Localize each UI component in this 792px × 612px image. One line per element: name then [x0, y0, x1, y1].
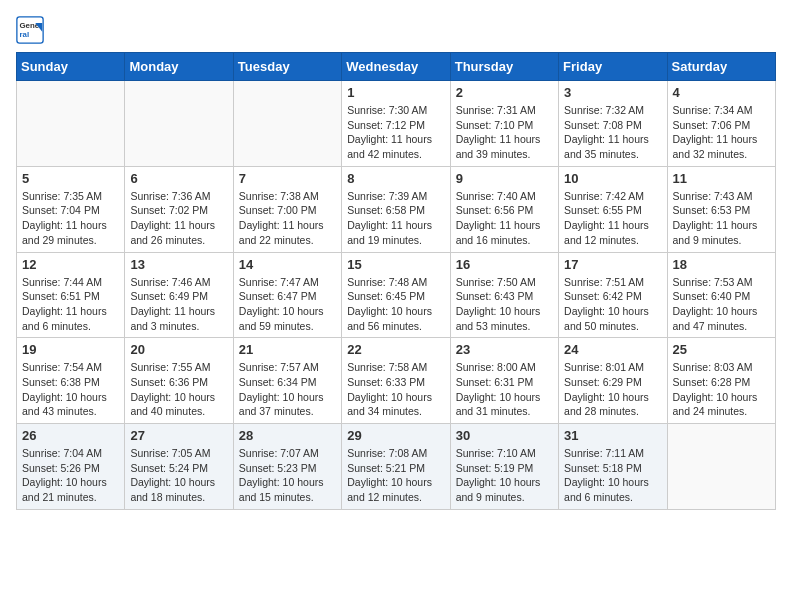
calendar-cell: 31Sunrise: 7:11 AM Sunset: 5:18 PM Dayli… [559, 424, 667, 510]
calendar-cell: 21Sunrise: 7:57 AM Sunset: 6:34 PM Dayli… [233, 338, 341, 424]
calendar-cell: 29Sunrise: 7:08 AM Sunset: 5:21 PM Dayli… [342, 424, 450, 510]
day-number: 31 [564, 428, 661, 443]
day-number: 10 [564, 171, 661, 186]
day-info: Sunrise: 7:07 AM Sunset: 5:23 PM Dayligh… [239, 446, 336, 505]
day-info: Sunrise: 8:03 AM Sunset: 6:28 PM Dayligh… [673, 360, 770, 419]
day-number: 1 [347, 85, 444, 100]
calendar-cell: 30Sunrise: 7:10 AM Sunset: 5:19 PM Dayli… [450, 424, 558, 510]
day-number: 7 [239, 171, 336, 186]
day-info: Sunrise: 8:00 AM Sunset: 6:31 PM Dayligh… [456, 360, 553, 419]
logo: Gene- ral [16, 16, 48, 44]
day-number: 23 [456, 342, 553, 357]
day-number: 19 [22, 342, 119, 357]
calendar-cell: 13Sunrise: 7:46 AM Sunset: 6:49 PM Dayli… [125, 252, 233, 338]
calendar-week-row: 5Sunrise: 7:35 AM Sunset: 7:04 PM Daylig… [17, 166, 776, 252]
day-number: 26 [22, 428, 119, 443]
weekday-header-sunday: Sunday [17, 53, 125, 81]
day-number: 17 [564, 257, 661, 272]
calendar-cell: 6Sunrise: 7:36 AM Sunset: 7:02 PM Daylig… [125, 166, 233, 252]
weekday-header-friday: Friday [559, 53, 667, 81]
day-info: Sunrise: 7:08 AM Sunset: 5:21 PM Dayligh… [347, 446, 444, 505]
day-info: Sunrise: 7:46 AM Sunset: 6:49 PM Dayligh… [130, 275, 227, 334]
day-info: Sunrise: 7:39 AM Sunset: 6:58 PM Dayligh… [347, 189, 444, 248]
day-info: Sunrise: 7:57 AM Sunset: 6:34 PM Dayligh… [239, 360, 336, 419]
day-info: Sunrise: 7:51 AM Sunset: 6:42 PM Dayligh… [564, 275, 661, 334]
calendar-cell [17, 81, 125, 167]
weekday-header-tuesday: Tuesday [233, 53, 341, 81]
calendar-cell: 12Sunrise: 7:44 AM Sunset: 6:51 PM Dayli… [17, 252, 125, 338]
calendar-cell: 4Sunrise: 7:34 AM Sunset: 7:06 PM Daylig… [667, 81, 775, 167]
day-info: Sunrise: 7:54 AM Sunset: 6:38 PM Dayligh… [22, 360, 119, 419]
calendar-cell [125, 81, 233, 167]
day-info: Sunrise: 7:36 AM Sunset: 7:02 PM Dayligh… [130, 189, 227, 248]
weekday-header-thursday: Thursday [450, 53, 558, 81]
day-info: Sunrise: 7:38 AM Sunset: 7:00 PM Dayligh… [239, 189, 336, 248]
calendar-cell: 2Sunrise: 7:31 AM Sunset: 7:10 PM Daylig… [450, 81, 558, 167]
day-number: 6 [130, 171, 227, 186]
calendar-cell: 3Sunrise: 7:32 AM Sunset: 7:08 PM Daylig… [559, 81, 667, 167]
day-number: 9 [456, 171, 553, 186]
calendar-cell: 8Sunrise: 7:39 AM Sunset: 6:58 PM Daylig… [342, 166, 450, 252]
calendar-cell: 28Sunrise: 7:07 AM Sunset: 5:23 PM Dayli… [233, 424, 341, 510]
calendar-cell: 11Sunrise: 7:43 AM Sunset: 6:53 PM Dayli… [667, 166, 775, 252]
day-number: 15 [347, 257, 444, 272]
day-number: 20 [130, 342, 227, 357]
day-info: Sunrise: 7:10 AM Sunset: 5:19 PM Dayligh… [456, 446, 553, 505]
day-info: Sunrise: 7:30 AM Sunset: 7:12 PM Dayligh… [347, 103, 444, 162]
calendar-cell: 22Sunrise: 7:58 AM Sunset: 6:33 PM Dayli… [342, 338, 450, 424]
calendar-cell: 14Sunrise: 7:47 AM Sunset: 6:47 PM Dayli… [233, 252, 341, 338]
day-number: 2 [456, 85, 553, 100]
calendar-cell: 17Sunrise: 7:51 AM Sunset: 6:42 PM Dayli… [559, 252, 667, 338]
day-info: Sunrise: 7:42 AM Sunset: 6:55 PM Dayligh… [564, 189, 661, 248]
day-number: 13 [130, 257, 227, 272]
calendar-cell: 20Sunrise: 7:55 AM Sunset: 6:36 PM Dayli… [125, 338, 233, 424]
day-info: Sunrise: 7:40 AM Sunset: 6:56 PM Dayligh… [456, 189, 553, 248]
calendar-cell: 10Sunrise: 7:42 AM Sunset: 6:55 PM Dayli… [559, 166, 667, 252]
day-number: 29 [347, 428, 444, 443]
day-number: 16 [456, 257, 553, 272]
calendar-cell: 16Sunrise: 7:50 AM Sunset: 6:43 PM Dayli… [450, 252, 558, 338]
calendar-cell: 9Sunrise: 7:40 AM Sunset: 6:56 PM Daylig… [450, 166, 558, 252]
calendar-week-row: 1Sunrise: 7:30 AM Sunset: 7:12 PM Daylig… [17, 81, 776, 167]
weekday-header-wednesday: Wednesday [342, 53, 450, 81]
day-number: 28 [239, 428, 336, 443]
logo-icon: Gene- ral [16, 16, 44, 44]
day-number: 25 [673, 342, 770, 357]
calendar-cell: 27Sunrise: 7:05 AM Sunset: 5:24 PM Dayli… [125, 424, 233, 510]
weekday-header-saturday: Saturday [667, 53, 775, 81]
day-number: 12 [22, 257, 119, 272]
day-info: Sunrise: 7:58 AM Sunset: 6:33 PM Dayligh… [347, 360, 444, 419]
day-info: Sunrise: 7:53 AM Sunset: 6:40 PM Dayligh… [673, 275, 770, 334]
calendar-cell: 26Sunrise: 7:04 AM Sunset: 5:26 PM Dayli… [17, 424, 125, 510]
calendar-cell: 25Sunrise: 8:03 AM Sunset: 6:28 PM Dayli… [667, 338, 775, 424]
day-number: 18 [673, 257, 770, 272]
day-info: Sunrise: 7:11 AM Sunset: 5:18 PM Dayligh… [564, 446, 661, 505]
day-info: Sunrise: 7:44 AM Sunset: 6:51 PM Dayligh… [22, 275, 119, 334]
day-number: 27 [130, 428, 227, 443]
calendar-cell: 1Sunrise: 7:30 AM Sunset: 7:12 PM Daylig… [342, 81, 450, 167]
day-number: 8 [347, 171, 444, 186]
day-info: Sunrise: 7:48 AM Sunset: 6:45 PM Dayligh… [347, 275, 444, 334]
day-number: 21 [239, 342, 336, 357]
calendar-week-row: 26Sunrise: 7:04 AM Sunset: 5:26 PM Dayli… [17, 424, 776, 510]
day-info: Sunrise: 7:35 AM Sunset: 7:04 PM Dayligh… [22, 189, 119, 248]
calendar-cell: 15Sunrise: 7:48 AM Sunset: 6:45 PM Dayli… [342, 252, 450, 338]
calendar-cell [233, 81, 341, 167]
day-number: 5 [22, 171, 119, 186]
day-info: Sunrise: 7:31 AM Sunset: 7:10 PM Dayligh… [456, 103, 553, 162]
page-header: Gene- ral [16, 16, 776, 44]
day-number: 14 [239, 257, 336, 272]
day-info: Sunrise: 7:05 AM Sunset: 5:24 PM Dayligh… [130, 446, 227, 505]
day-number: 11 [673, 171, 770, 186]
day-number: 3 [564, 85, 661, 100]
calendar-week-row: 19Sunrise: 7:54 AM Sunset: 6:38 PM Dayli… [17, 338, 776, 424]
calendar-table: SundayMondayTuesdayWednesdayThursdayFrid… [16, 52, 776, 510]
day-info: Sunrise: 7:43 AM Sunset: 6:53 PM Dayligh… [673, 189, 770, 248]
day-number: 22 [347, 342, 444, 357]
day-number: 30 [456, 428, 553, 443]
weekday-header-row: SundayMondayTuesdayWednesdayThursdayFrid… [17, 53, 776, 81]
svg-text:ral: ral [20, 30, 30, 39]
day-info: Sunrise: 7:32 AM Sunset: 7:08 PM Dayligh… [564, 103, 661, 162]
day-info: Sunrise: 7:34 AM Sunset: 7:06 PM Dayligh… [673, 103, 770, 162]
day-info: Sunrise: 7:50 AM Sunset: 6:43 PM Dayligh… [456, 275, 553, 334]
